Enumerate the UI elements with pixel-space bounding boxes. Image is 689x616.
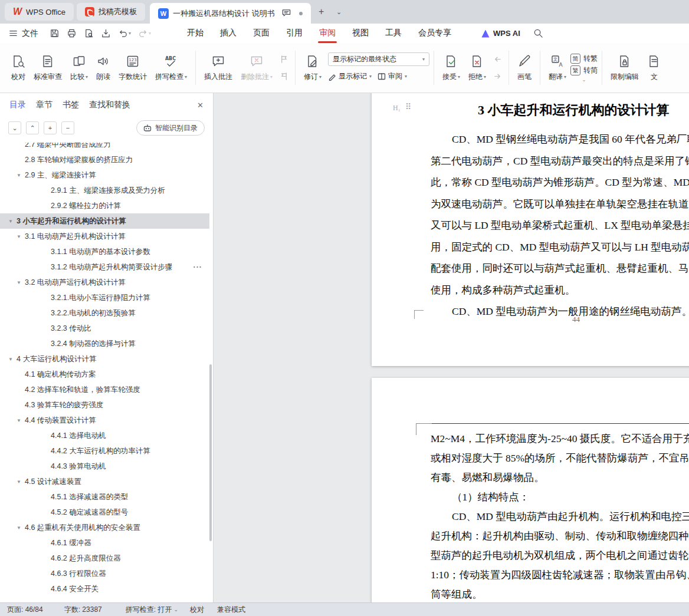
- menu-tab[interactable]: 引用: [278, 24, 311, 43]
- toc-item-more-button[interactable]: ···: [193, 263, 203, 271]
- export-pdf-button[interactable]: [99, 27, 113, 41]
- toc-item[interactable]: ▼4.5.2 确定减速器的型号: [0, 505, 209, 520]
- smart-recognize-toc-button[interactable]: 智能识别目录: [136, 120, 205, 136]
- document-page-44[interactable]: H₁ ⠿ 3 小车起升和运行机构的设计计算 CD、MD 型钢丝绳电动葫芦是我国 …: [372, 93, 689, 366]
- sidebar-tab[interactable]: 书签: [63, 100, 79, 110]
- insert-comment-button[interactable]: 插入批注: [200, 51, 237, 85]
- tab-docer-template[interactable]: 找稿壳模板: [77, 3, 145, 21]
- menu-tab[interactable]: 页面: [245, 24, 278, 43]
- accept-revision-button[interactable]: 接受▾: [438, 51, 464, 85]
- pen-button[interactable]: 画笔: [513, 51, 536, 85]
- sidebar-tab[interactable]: 查找和替换: [89, 100, 130, 110]
- toc-item[interactable]: ▼2.9.1 主、端梁连接形成及受力分析: [0, 183, 209, 198]
- print-preview-button[interactable]: [82, 27, 96, 41]
- menu-tab[interactable]: 视图: [344, 24, 377, 43]
- read-aloud-button[interactable]: 朗读: [92, 51, 114, 85]
- proofread-button[interactable]: 校对: [7, 51, 29, 85]
- toc-item[interactable]: ▼4.4.1 选择电动机: [0, 428, 209, 443]
- close-icon[interactable]: ✕: [197, 101, 204, 110]
- toc-expand-arrow-icon[interactable]: ▼: [17, 280, 25, 285]
- toc-item[interactable]: ▼3 小车起升和运行机构的设计计算: [0, 213, 209, 229]
- toc-item[interactable]: ▼3.2.3 传动比: [0, 321, 209, 336]
- document-page-45[interactable]: M2~M4，工作环境温度为-25~40 摄氏度。它不适合用于充满腐或相对湿度大于…: [372, 378, 689, 602]
- to-traditional-button[interactable]: 简 转繁: [570, 54, 598, 64]
- toc-expand-arrow-icon[interactable]: ▼: [17, 418, 25, 423]
- collapse-all-button[interactable]: ⌃: [26, 121, 39, 134]
- menu-tab[interactable]: 工具: [377, 24, 410, 43]
- reject-revision-button[interactable]: 拒绝▾: [464, 51, 490, 85]
- toc-item[interactable]: ▼3.1.2 电动葫芦起升机构简要设计步骤···: [0, 259, 209, 275]
- toc-expand-arrow-icon[interactable]: ▼: [8, 219, 17, 224]
- toc-expand-arrow-icon[interactable]: ▼: [17, 525, 25, 531]
- toc-item[interactable]: ▼3.1 电动葫芦起升机构设计计算: [0, 229, 209, 244]
- search-icon[interactable]: [533, 28, 543, 38]
- word-count-button[interactable]: 123 字数统计: [114, 51, 151, 85]
- toc-expand-arrow-icon[interactable]: ▼: [8, 357, 17, 362]
- save-button[interactable]: [48, 27, 61, 41]
- toc-item[interactable]: ▼4.4.3 验算电动机: [0, 459, 209, 474]
- sidebar-scrollbar[interactable]: [209, 364, 212, 541]
- print-button[interactable]: [65, 27, 78, 41]
- toc-item[interactable]: ▼4.6.3 行程限位器: [0, 566, 209, 581]
- menu-tab[interactable]: 开始: [179, 24, 212, 43]
- undo-button[interactable]: ▾: [116, 27, 133, 41]
- restrict-editing-button[interactable]: 限制编辑: [606, 51, 643, 85]
- toc-item[interactable]: ▼4.6.4 安全开关: [0, 581, 209, 597]
- status-word-count[interactable]: 字数: 23387: [64, 605, 102, 615]
- file-menu[interactable]: 文件: [8, 28, 38, 39]
- toc-item[interactable]: ▼3.2.4 制动器的选择与计算: [0, 336, 209, 351]
- promote-heading-button[interactable]: +: [44, 121, 57, 134]
- tab-list-dropdown[interactable]: ⌄: [332, 5, 346, 19]
- expand-all-button[interactable]: ⌄: [8, 121, 21, 134]
- menu-tab[interactable]: 插入: [212, 24, 245, 43]
- to-simplified-button[interactable]: 繁 转简: [570, 65, 598, 75]
- sidebar-tab[interactable]: 目录: [9, 100, 26, 110]
- track-changes-button[interactable]: 修订▾: [300, 51, 326, 85]
- toc-item[interactable]: ▼4 大车运行机构设计计算: [0, 351, 209, 367]
- toc-item[interactable]: ▼3.2 电动葫芦运行机构设计计算: [0, 275, 209, 290]
- toc-expand-arrow-icon[interactable]: ▼: [17, 234, 25, 239]
- sidebar-tab[interactable]: 章节: [36, 100, 53, 110]
- toc-item[interactable]: ▼2.7 端梁中央断面合成应力: [0, 143, 209, 152]
- toc-item[interactable]: ▼4.4.2 大车运行机构的功率计算: [0, 443, 209, 459]
- toc-item[interactable]: ▼4.2 选择车轮和轨道，验算车轮强度: [0, 382, 209, 397]
- new-tab-button[interactable]: +: [314, 5, 329, 19]
- menu-tab[interactable]: 审阅: [311, 24, 344, 43]
- conversion-more-chevron[interactable]: ⌄: [582, 77, 586, 82]
- toc-item[interactable]: ▼3.2.2.电动机的初选预验算: [0, 305, 209, 321]
- tab-document[interactable]: W 一种搬运机器结构设计 说明书: [150, 3, 311, 24]
- document-canvas[interactable]: H₁ ⠿ 3 小车起升和运行机构的设计计算 CD、MD 型钢丝绳电动葫芦是我国 …: [214, 93, 689, 602]
- show-markup-button[interactable]: 显示标记 ▾: [328, 70, 372, 83]
- review-pane-button[interactable]: 审阅 ▾: [378, 70, 407, 83]
- toc-item[interactable]: ▼2.8 车轮轴对端梁腹板的挤压应力: [0, 152, 209, 167]
- toc-item[interactable]: ▼3.1.1 电动葫芦的基本设计参数: [0, 244, 209, 259]
- status-proofread[interactable]: 校对: [190, 605, 204, 615]
- toc-expand-arrow-icon[interactable]: ▼: [17, 173, 25, 178]
- toc-item[interactable]: ▼4.5.1 选择减速器的类型: [0, 489, 209, 505]
- standard-review-button[interactable]: 标准审查: [29, 51, 66, 85]
- status-page-indicator[interactable]: 页面: 46/84: [7, 605, 43, 615]
- toc-item[interactable]: ▼2.9 主、端梁连接计算: [0, 167, 209, 183]
- menu-tab[interactable]: 会员专享: [410, 24, 460, 43]
- wps-ai-button[interactable]: WPS AI: [481, 29, 520, 38]
- toc-item[interactable]: ▼4.6.2 起升高度限位器: [0, 551, 209, 566]
- comment-bubble-icon[interactable]: [281, 8, 291, 18]
- compare-button[interactable]: 比较▾: [66, 51, 92, 85]
- status-compat-mode[interactable]: 兼容模式: [217, 605, 245, 615]
- toc-item[interactable]: ▼4.4 传动装置设计计算: [0, 413, 209, 428]
- toc-expand-arrow-icon[interactable]: ▼: [17, 479, 25, 485]
- tab-wps-home[interactable]: W WPS Office: [5, 3, 74, 21]
- toc-item[interactable]: ▼4.6.1 缓冲器: [0, 535, 209, 551]
- toc-item[interactable]: ▼4.3 验算车轮的疲劳强度: [0, 397, 209, 413]
- toc-item[interactable]: ▼4.6 起重机有关使用机构的安全装置: [0, 520, 209, 535]
- toc-item[interactable]: ▼4.1 确定机构传动方案: [0, 367, 209, 382]
- toc-item[interactable]: ▼4.5 设计减速装置: [0, 474, 209, 489]
- clipped-ribbon-button[interactable]: 文: [643, 51, 665, 85]
- toc-item[interactable]: ▼3.2.1.电动小车运行静阻力计算: [0, 290, 209, 305]
- spell-check-button[interactable]: ABC 拼写检查▾: [151, 51, 191, 85]
- demote-heading-button[interactable]: −: [61, 121, 74, 134]
- toc-item[interactable]: ▼2.9.2 螺栓拉力的计算: [0, 198, 209, 213]
- markup-state-select[interactable]: 显示标记的最终状态 ▾: [328, 52, 429, 66]
- translate-button[interactable]: 文A 翻译▾: [544, 51, 570, 85]
- status-spellcheck[interactable]: 拼写检查: 打开 ⌄: [126, 605, 178, 615]
